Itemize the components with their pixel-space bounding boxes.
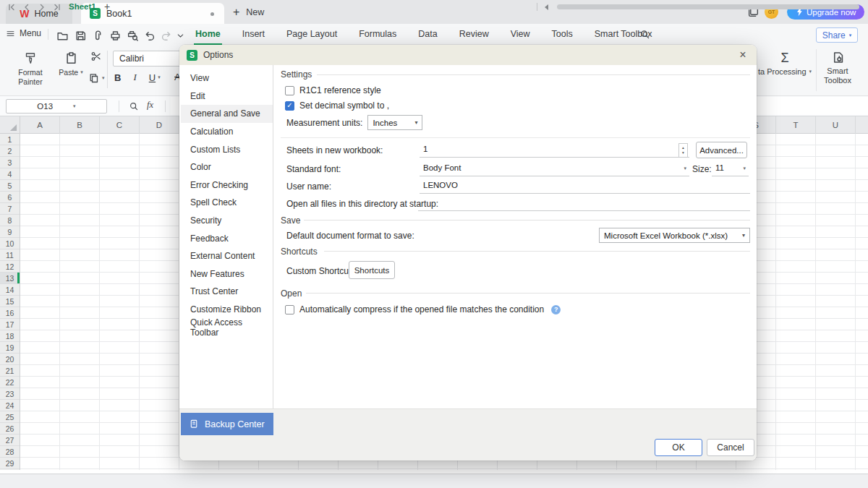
column-header-a[interactable]: A <box>20 116 60 134</box>
row-header-24[interactable]: 24 <box>0 400 20 411</box>
sidebar-item-error-checking[interactable]: Error Checking <box>181 176 273 194</box>
row-header-3[interactable]: 3 <box>0 157 20 168</box>
row-header-21[interactable]: 21 <box>0 365 20 377</box>
sidebar-item-edit[interactable]: Edit <box>181 87 273 106</box>
select-all-corner[interactable] <box>0 116 20 134</box>
shortcuts-button[interactable]: Shortcuts <box>349 261 395 279</box>
tab-insert[interactable]: Insert <box>241 24 266 45</box>
undo-button[interactable] <box>144 30 156 42</box>
sidebar-item-calculation[interactable]: Calculation <box>181 123 273 141</box>
tab-view[interactable]: View <box>509 24 532 45</box>
row-header-26[interactable]: 26 <box>0 423 20 435</box>
column-header-u[interactable]: U <box>816 116 856 134</box>
zoom-formula-button[interactable] <box>129 101 139 111</box>
backup-center-button[interactable]: Backup Center <box>181 413 273 435</box>
sheets-spinner[interactable]: ▴▾ <box>678 143 688 158</box>
horizontal-scrollbar[interactable] <box>557 4 859 9</box>
cancel-button[interactable]: Cancel <box>707 439 754 456</box>
sidebar-item-color[interactable]: Color <box>181 158 273 176</box>
last-sheet-icon[interactable] <box>53 3 61 12</box>
sidebar-item-customize-ribbon[interactable]: Customize Ribbon <box>181 301 273 319</box>
row-header-22[interactable]: 22 <box>0 377 20 388</box>
sidebar-item-custom-lists[interactable]: Custom Lists <box>181 140 273 158</box>
measurement-units-select[interactable]: Inches ▾ <box>367 115 422 130</box>
row-header-18[interactable]: 18 <box>0 330 20 342</box>
standard-font-select[interactable]: Body Font ▾ <box>420 160 689 176</box>
sidebar-item-security[interactable]: Security <box>181 212 273 230</box>
dialog-title-bar[interactable]: S Options <box>179 45 757 65</box>
row-header-14[interactable]: 14 <box>0 284 20 296</box>
menu-button[interactable]: Menu <box>6 28 41 38</box>
row-header-19[interactable]: 19 <box>0 342 20 354</box>
row-header-1[interactable]: 1 <box>0 134 20 145</box>
default-format-select[interactable]: Microsoft Excel Workbook (*.xlsx) ▾ <box>599 228 750 243</box>
font-size-select[interactable]: 11 ▾ <box>712 160 749 176</box>
bold-button[interactable]: B <box>114 72 121 83</box>
first-sheet-icon[interactable] <box>7 3 16 12</box>
decimal-checkbox-row[interactable]: Set decimal symbol to , <box>285 100 389 111</box>
new-tab-button[interactable]: + New <box>233 5 264 20</box>
row-header-6[interactable]: 6 <box>0 192 20 203</box>
sidebar-item-new-features[interactable]: New Features <box>181 265 273 283</box>
row-header-8[interactable]: 8 <box>0 215 20 226</box>
sidebar-item-external-content[interactable]: External Content <box>181 247 273 265</box>
sidebar-item-spell-check[interactable]: Spell Check <box>181 194 273 212</box>
quick-access-more-button[interactable] <box>176 33 185 40</box>
sheet-tab-sheet1[interactable]: Sheet1 <box>69 2 96 11</box>
tab-data[interactable]: Data <box>417 24 438 45</box>
r1c1-checkbox[interactable] <box>285 86 294 95</box>
row-header-20[interactable]: 20 <box>0 354 20 365</box>
format-painter-button[interactable]: Format Painter <box>9 48 52 92</box>
row-header-5[interactable]: 5 <box>0 180 20 192</box>
dialog-close-button[interactable]: × <box>735 48 751 62</box>
column-header-c[interactable]: C <box>100 116 140 134</box>
tab-tools[interactable]: Tools <box>550 24 574 45</box>
underline-button[interactable]: U▾ <box>149 72 161 83</box>
insert-function-button[interactable]: fx <box>147 100 153 111</box>
row-header-29[interactable]: 29 <box>0 458 20 469</box>
cut-button[interactable] <box>90 51 102 62</box>
save-button[interactable] <box>75 30 87 42</box>
row-header-15[interactable]: 15 <box>0 296 20 307</box>
open-directory-input[interactable] <box>418 195 750 211</box>
row-header-7[interactable]: 7 <box>0 203 20 215</box>
row-header-17[interactable]: 17 <box>0 319 20 330</box>
add-sheet-button[interactable]: + <box>104 1 110 12</box>
sidebar-item-quick-access-toolbar[interactable]: Quick Access Toolbar <box>181 318 273 336</box>
decimal-checkbox[interactable] <box>285 101 294 111</box>
row-header-13[interactable]: 13 <box>0 273 20 284</box>
username-input[interactable]: LENOVO <box>420 178 750 194</box>
row-header-23[interactable]: 23 <box>0 388 20 400</box>
row-header-16[interactable]: 16 <box>0 307 20 319</box>
tab-page-layout[interactable]: Page Layout <box>285 24 339 45</box>
cell-reference-box[interactable]: O13 ▾ <box>6 99 107 114</box>
scroll-left-icon[interactable] <box>545 4 548 10</box>
print-preview-button[interactable] <box>127 30 139 42</box>
column-header-b[interactable]: B <box>60 116 100 134</box>
tab-review[interactable]: Review <box>458 24 490 45</box>
font-name-select[interactable]: Calibri <box>113 51 188 67</box>
redo-button[interactable] <box>160 30 172 42</box>
sidebar-item-feedback[interactable]: Feedback <box>181 229 273 247</box>
row-header-12[interactable]: 12 <box>0 261 20 273</box>
r1c1-checkbox-row[interactable]: R1C1 reference style <box>285 85 381 95</box>
row-header-4[interactable]: 4 <box>0 168 20 180</box>
advanced-button[interactable]: Advanced... <box>696 142 747 158</box>
smart-toolbox-button[interactable]: Smart Toolbox <box>817 48 858 85</box>
sheets-input[interactable]: 1 <box>420 142 689 158</box>
document-tab[interactable]: S Book1 <box>81 3 224 24</box>
share-button[interactable]: Share ▾ <box>816 27 858 43</box>
help-icon[interactable]: ? <box>551 305 561 314</box>
column-header-d[interactable]: D <box>140 116 179 134</box>
prev-sheet-icon[interactable] <box>22 3 31 12</box>
row-header-27[interactable]: 27 <box>0 435 20 446</box>
row-header-2[interactable]: 2 <box>0 145 20 157</box>
print-button[interactable] <box>109 30 122 42</box>
sidebar-item-general-and-save[interactable]: General and Save <box>181 105 273 123</box>
copy-button[interactable]: ▾ <box>88 72 105 84</box>
paste-button[interactable]: Paste▾ <box>55 48 87 77</box>
row-header-10[interactable]: 10 <box>0 238 20 249</box>
compress-checkbox-row[interactable]: Automatically compress if the opened fil… <box>285 304 561 314</box>
row-header-28[interactable]: 28 <box>0 446 20 458</box>
tab-home[interactable]: Home <box>194 24 222 45</box>
